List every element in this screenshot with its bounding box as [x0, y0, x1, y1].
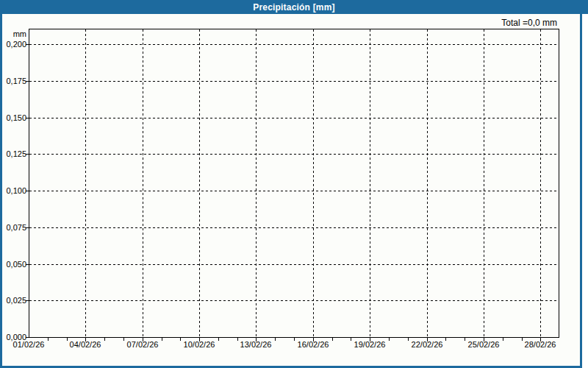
window-title-bar: Precipitación [mm]	[0, 0, 588, 14]
x-axis-tick	[143, 338, 143, 342]
plot-border	[29, 29, 559, 338]
x-axis-tick	[256, 338, 257, 342]
y-axis-label: 0,150	[0, 113, 26, 122]
x-axis-tick	[408, 338, 409, 341]
total-annotation: Total =0,0 mm	[0, 18, 557, 28]
x-axis-tick	[275, 338, 276, 341]
y-axis-label: 0,100	[0, 186, 26, 195]
x-axis-tick	[522, 338, 523, 341]
x-axis-tick	[351, 338, 351, 341]
x-axis-tick	[370, 338, 370, 342]
y-axis-label: 0,025	[0, 296, 26, 305]
x-axis-tick	[294, 338, 295, 341]
y-axis-label: 0,050	[0, 260, 26, 269]
x-axis-tick	[85, 338, 86, 342]
y-axis-label: 0,175	[0, 77, 26, 85]
x-axis-tick	[67, 338, 68, 341]
x-axis-tick	[445, 338, 446, 341]
x-axis-tick	[180, 338, 181, 341]
x-axis-label: 01/02/26	[13, 340, 45, 349]
x-axis-tick	[237, 338, 238, 341]
x-axis-tick	[389, 338, 390, 341]
x-axis-tick	[162, 338, 162, 341]
x-axis-tick	[104, 338, 105, 341]
x-axis-tick	[218, 338, 219, 341]
x-axis-tick	[332, 338, 333, 341]
chart-title: Precipitación [mm]	[253, 2, 335, 13]
y-axis-label: 0,075	[0, 223, 26, 232]
y-axis-unit-label: mm	[0, 29, 26, 38]
x-axis-tick	[465, 338, 465, 341]
x-axis-tick	[199, 338, 200, 342]
x-axis-tick	[123, 338, 124, 341]
x-axis-tick	[427, 338, 428, 342]
x-axis-tick	[540, 338, 541, 342]
x-axis-tick	[484, 338, 484, 342]
x-axis-tick	[503, 338, 503, 341]
y-axis-label: 0,125	[0, 149, 26, 158]
x-axis-tick	[48, 338, 49, 341]
x-axis-tick	[313, 338, 314, 342]
y-axis-label: 0,200	[0, 40, 26, 49]
